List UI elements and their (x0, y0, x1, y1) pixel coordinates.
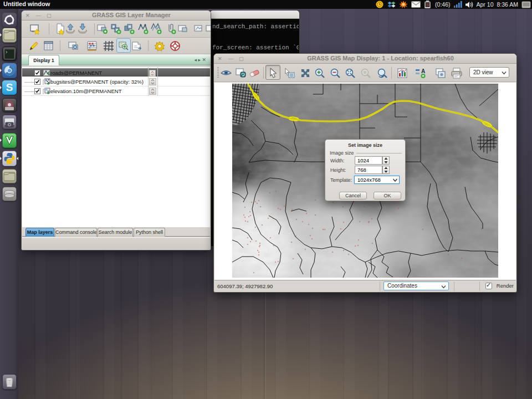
svg-text:A: A (421, 68, 425, 74)
